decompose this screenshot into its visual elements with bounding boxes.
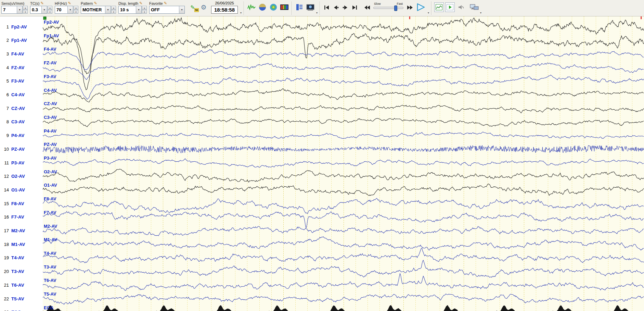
spin-up-button[interactable]: ▴ (23, 6, 28, 10)
overflow-arrow[interactable]: ▾ (240, 11, 242, 14)
notch-50-button[interactable]: ✎ 50 (188, 2, 198, 12)
settings-gear-button[interactable]: ⚙ (198, 2, 209, 12)
channel-row[interactable]: 6C4-AV (0, 92, 43, 98)
trace-label[interactable]: FZ-AV (44, 60, 56, 65)
channel-row[interactable]: 7CZ-AV (0, 105, 43, 111)
spin-up-button[interactable]: ▴ (74, 6, 78, 10)
trace-label[interactable]: T5-AV (44, 291, 56, 297)
channel-row[interactable]: 22T5-AV (0, 296, 43, 302)
trace-label[interactable]: P3-AV (44, 156, 56, 161)
spectrum-button[interactable] (279, 2, 289, 12)
edit-icon[interactable]: ✎ (139, 1, 142, 5)
chevron-down-icon[interactable]: ▾ (67, 6, 73, 13)
skip-end-button[interactable] (350, 4, 359, 11)
chevron-down-icon[interactable]: ▾ (105, 6, 111, 13)
pattern-combo[interactable]: MOTHER ▾ (81, 6, 111, 14)
trace-label[interactable]: O1-AV (44, 183, 57, 188)
channel-row[interactable]: 17M2-AV (0, 228, 43, 234)
channel-row[interactable]: 2Fp1-AV (0, 37, 43, 43)
edit-icon[interactable]: ✎ (68, 1, 71, 5)
skip-start-button[interactable] (322, 4, 331, 11)
trace-label[interactable]: P4-AV (44, 128, 56, 134)
remote-monitor-button[interactable] (469, 2, 479, 12)
overflow-arrow[interactable]: ▾ (316, 11, 318, 14)
channel-row[interactable]: 23ECG (0, 309, 43, 311)
overflow-arrow[interactable]: ▾ (428, 11, 429, 14)
channel-row[interactable]: 3F4-AV (0, 51, 43, 57)
speed-track[interactable] (373, 7, 403, 9)
chevron-down-icon[interactable]: ▾ (136, 6, 141, 13)
trace-label[interactable]: C3-AV (44, 115, 57, 120)
channel-row[interactable]: 20T3-AV (0, 269, 43, 275)
step-forward-button[interactable] (340, 4, 350, 11)
spin-down-button[interactable]: ▾ (48, 10, 52, 14)
eeg-canvas[interactable] (43, 16, 644, 311)
trace-label[interactable]: O2-AV (44, 169, 57, 174)
trace-label[interactable]: F3-AV (44, 74, 56, 79)
channel-row[interactable]: 14O1-AV (0, 187, 43, 193)
spin-up-button[interactable]: ▴ (111, 6, 116, 10)
channel-row[interactable]: 10PZ-AV (0, 146, 43, 152)
spin-up-button[interactable]: ▴ (48, 6, 52, 10)
channel-row[interactable]: 15F8-AV (0, 200, 43, 207)
chevron-down-icon[interactable]: ▾ (179, 6, 184, 13)
channel-row[interactable]: 8C3-AV (0, 119, 43, 125)
spin-down-button[interactable]: ▾ (111, 10, 116, 14)
channel-name: F3-AV (11, 78, 24, 84)
channel-row[interactable]: 16F7-AV (0, 214, 43, 220)
rewind-button[interactable] (362, 4, 372, 11)
channel-row[interactable]: 19T4-AV (0, 255, 43, 261)
trace-label[interactable]: M2-AV (44, 224, 57, 229)
channel-row[interactable]: 18M1-AV (0, 241, 43, 247)
favorite-combo[interactable]: OFF ▾ (149, 6, 185, 14)
trace-label[interactable]: ECG (44, 305, 53, 310)
chevron-down-icon[interactable]: ▾ (41, 6, 47, 13)
trace-label[interactable]: F8-AV (44, 196, 56, 201)
trace-label[interactable]: F7-AV (44, 210, 56, 215)
trace-label[interactable]: Fp2-AV (44, 20, 59, 25)
channel-row[interactable]: 9P4-AV (0, 133, 43, 139)
trace-label[interactable]: M1-AV (44, 237, 57, 242)
edit-icon[interactable]: ✎ (94, 1, 97, 5)
channel-row[interactable]: 1Fp2-AV (0, 24, 43, 30)
fast-forward-button[interactable] (405, 4, 414, 11)
tc-label: TC(s) (30, 1, 40, 5)
channel-row[interactable]: 11P3-AV (0, 160, 43, 166)
trace-label[interactable]: CZ-AV (44, 101, 57, 106)
video-button[interactable] (305, 2, 315, 12)
spin-up-button[interactable]: ▴ (142, 6, 147, 10)
channel-row[interactable]: 4FZ-AV (0, 64, 43, 71)
speed-thumb[interactable] (394, 5, 397, 11)
chevron-down-icon[interactable]: ▾ (17, 6, 22, 13)
sens-combo[interactable]: 7 ▾ (1, 6, 23, 14)
topo-map-button[interactable] (268, 2, 279, 12)
speed-slider[interactable]: Slow Fast (373, 2, 403, 9)
disp-length-combo[interactable]: 10 s ▾ (118, 6, 142, 14)
trend-chart-button[interactable] (434, 2, 444, 12)
overflow-arrow[interactable]: ▾ (480, 11, 481, 14)
trace-label[interactable]: PZ-AV (44, 142, 57, 147)
trace-label[interactable]: F4-AV (44, 47, 56, 52)
trace-label[interactable]: C4-AV (44, 88, 57, 93)
map-3d-button[interactable] (257, 2, 268, 12)
mute-button[interactable] (456, 2, 466, 12)
trace-label[interactable]: T3-AV (44, 264, 56, 270)
trace-label[interactable]: T6-AV (44, 278, 56, 283)
trace-label[interactable]: T4-AV (44, 251, 56, 256)
edit-icon[interactable]: ✎ (41, 1, 44, 5)
edit-icon[interactable]: ✎ (164, 1, 167, 5)
auto-play-button[interactable] (445, 2, 455, 12)
spin-down-button[interactable]: ▾ (74, 10, 78, 14)
waveform-display-button[interactable] (246, 2, 257, 12)
spin-down-button[interactable]: ▾ (23, 10, 28, 14)
channel-row[interactable]: 12O2-AV (0, 173, 43, 179)
play-button[interactable] (414, 2, 427, 12)
annotation-list-button[interactable] (294, 2, 305, 12)
hf-combo[interactable]: 70 ▾ (55, 6, 73, 14)
trace-label[interactable]: Fp1-AV (44, 33, 59, 38)
tc-combo[interactable]: 0.3 ▾ (30, 6, 47, 14)
channel-row[interactable]: 5F3-AV (0, 78, 43, 84)
channel-row[interactable]: 21T6-AV (0, 282, 43, 288)
step-back-button[interactable] (331, 4, 340, 11)
spin-down-button[interactable]: ▾ (142, 10, 147, 14)
